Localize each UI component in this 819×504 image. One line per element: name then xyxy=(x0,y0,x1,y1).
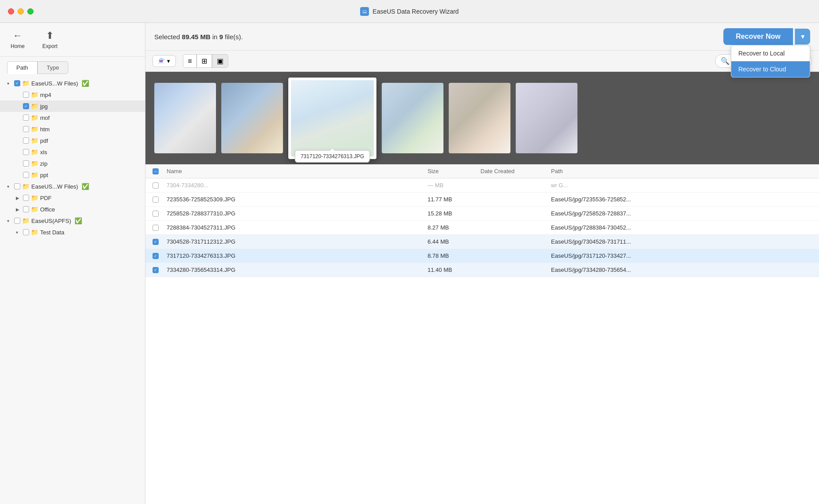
view-grid-button[interactable]: ⊞ xyxy=(197,54,212,68)
minimize-button[interactable] xyxy=(18,8,24,15)
preview-thumb-6[interactable] xyxy=(516,83,577,153)
folder-icon: 📁 xyxy=(31,126,38,133)
sidebar-toolbar: ← Home ⬆ Export xyxy=(0,23,145,57)
verified-icon: ✅ xyxy=(74,217,82,224)
tree-item-mof[interactable]: ▶ 📁 mof xyxy=(0,112,145,123)
close-button[interactable] xyxy=(8,8,14,15)
table-row[interactable]: 7334280-7356543314.JPG 11.40 MB EaseUS/j… xyxy=(145,263,819,277)
filter-dropdown-icon: ▾ xyxy=(167,58,170,64)
table-row[interactable]: 7288384-7304527311.JPG 8.27 MB EaseUS/jp… xyxy=(145,221,819,235)
expand-arrow: ▶ xyxy=(16,207,21,212)
tree-item-jpg[interactable]: ▶ 📁 jpg xyxy=(0,100,145,112)
view-list-button[interactable]: ≡ xyxy=(183,54,197,68)
table-row[interactable]: 7235536-7258525309.JPG 11.77 MB EaseUS/j… xyxy=(145,193,819,207)
tree-item-office[interactable]: ▶ 📁 Office xyxy=(0,204,145,215)
table-row[interactable]: 7304528-7317112312.JPG 6.44 MB EaseUS/jp… xyxy=(145,235,819,249)
preview-thumb-5[interactable] xyxy=(449,83,510,153)
row-checkbox[interactable] xyxy=(153,253,159,259)
row-name: 7334280-7356543314.JPG xyxy=(167,267,428,273)
home-button[interactable]: ← Home xyxy=(7,28,28,51)
select-all-checkbox[interactable] xyxy=(153,168,159,174)
table-row[interactable]: 7258528-7288377310.JPG 15.28 MB EaseUS/j… xyxy=(145,207,819,221)
tree-root-1[interactable]: ▾ 📁 EaseUS...W Files) ✅ xyxy=(0,78,145,89)
folder-icon: 📁 xyxy=(31,148,38,156)
row-name: 7258528-7288377310.JPG xyxy=(167,210,428,217)
row-checkbox[interactable] xyxy=(153,182,159,189)
column-header-date: Date Created xyxy=(480,168,551,174)
tree-item-pdf[interactable]: ▶ 📁 pdf xyxy=(0,135,145,146)
folder-icon: 📁 xyxy=(31,194,38,201)
tree-checkbox[interactable] xyxy=(23,229,29,235)
row-name: 7235536-7258525309.JPG xyxy=(167,196,428,203)
tree-checkbox[interactable] xyxy=(23,92,29,98)
recover-now-button[interactable]: Recover Now xyxy=(723,28,793,45)
sidebar-tabs: Path Type xyxy=(0,57,145,74)
chevron-down-icon: ▼ xyxy=(800,33,806,40)
folder-icon: 📁 xyxy=(31,103,38,110)
row-name: 7288384-7304527311.JPG xyxy=(167,224,428,231)
recover-to-cloud-item[interactable]: Recover to Cloud xyxy=(731,61,810,77)
tree-checkbox[interactable] xyxy=(14,80,20,86)
tree-checkbox[interactable] xyxy=(14,183,20,189)
tree-item-htm[interactable]: ▶ 📁 htm xyxy=(0,123,145,135)
recover-dropdown-button[interactable]: ▼ xyxy=(795,29,810,44)
maximize-button[interactable] xyxy=(27,8,34,15)
tree-item-mp4[interactable]: ▶ 📁 mp4 xyxy=(0,89,145,100)
row-checkbox-wrap xyxy=(153,253,167,259)
tree-item-xls[interactable]: ▶ 📁 xls xyxy=(0,146,145,158)
tab-type[interactable]: Type xyxy=(37,61,68,74)
row-size: 11.40 MB xyxy=(428,267,480,273)
row-checkbox[interactable] xyxy=(153,196,159,203)
toolbar-row: ⚗️ ▾ ≡ ⊞ ▣ 🔍 xyxy=(145,51,819,72)
row-checkbox[interactable] xyxy=(153,239,159,245)
expand-arrow: ▾ xyxy=(7,184,12,189)
tree-checkbox[interactable] xyxy=(23,137,29,144)
traffic-lights xyxy=(8,8,34,15)
row-checkbox[interactable] xyxy=(153,211,159,217)
sidebar: ← Home ⬆ Export Path Type ▾ 📁 EaseUS...W… xyxy=(0,23,145,504)
preview-thumb-4[interactable] xyxy=(382,83,443,153)
tree-item-testdata[interactable]: ▾ 📁 Test Data xyxy=(0,226,145,238)
tree-checkbox[interactable] xyxy=(23,103,29,109)
tree-checkbox[interactable] xyxy=(23,172,29,178)
main-content: Selected 89.45 MB in 9 file(s). Recover … xyxy=(145,23,819,504)
view-strip-button[interactable]: ▣ xyxy=(212,54,228,68)
preview-thumb-2[interactable] xyxy=(221,83,283,153)
row-checkbox-wrap xyxy=(153,239,167,245)
row-path: EaseUS/jpg/7334280-735654... xyxy=(551,267,812,273)
tree-checkbox[interactable] xyxy=(23,115,29,121)
tree-checkbox[interactable] xyxy=(23,149,29,155)
tree-checkbox[interactable] xyxy=(23,160,29,167)
tree-checkbox[interactable] xyxy=(23,195,29,201)
table-row[interactable]: 7317120-7334276313.JPG 8.78 MB EaseUS/jp… xyxy=(145,249,819,263)
row-checkbox[interactable] xyxy=(153,267,159,273)
preview-tooltip: 7317120-7334276313.JPG xyxy=(295,150,370,163)
featured-preview-thumb[interactable] xyxy=(288,78,376,159)
folder-icon: 📁 xyxy=(31,171,38,178)
tab-path[interactable]: Path xyxy=(7,61,37,74)
folder-icon: 📁 xyxy=(31,229,38,236)
filter-button[interactable]: ⚗️ ▾ xyxy=(153,55,176,67)
tree-checkbox[interactable] xyxy=(14,218,20,224)
header-select-all[interactable] xyxy=(153,168,167,174)
row-checkbox[interactable] xyxy=(153,225,159,231)
tree-checkbox[interactable] xyxy=(23,126,29,132)
recover-to-local-item[interactable]: Recover to Local xyxy=(731,45,810,61)
tree-item-pdf2[interactable]: ▶ 📁 PDF xyxy=(0,192,145,204)
table-row[interactable]: 7304-7334280... — MB wr G... xyxy=(145,178,819,193)
export-button[interactable]: ⬆ Export xyxy=(39,28,61,51)
preview-thumb-1[interactable] xyxy=(154,83,216,153)
tree-checkbox[interactable] xyxy=(23,206,29,212)
expand-arrow: ▾ xyxy=(16,230,21,235)
verified-icon: ✅ xyxy=(82,80,89,87)
verified-icon: ✅ xyxy=(82,183,89,190)
photo-image-6 xyxy=(516,83,577,153)
folder-icon: 📁 xyxy=(31,91,38,98)
tree-item-ppt[interactable]: ▶ 📁 ppt xyxy=(0,169,145,181)
tree-root-3[interactable]: ▾ 📁 EaseUS(APFS) ✅ xyxy=(0,215,145,226)
tree-item-zip[interactable]: ▶ 📁 zip xyxy=(0,158,145,169)
folder-icon: 📁 xyxy=(31,160,38,167)
recover-button-group: Recover Now ▼ Recover to Local Recover t… xyxy=(723,28,810,45)
tree-root-2[interactable]: ▾ 📁 EaseUS...W Files) ✅ xyxy=(0,181,145,192)
photo-image-5 xyxy=(449,83,510,153)
